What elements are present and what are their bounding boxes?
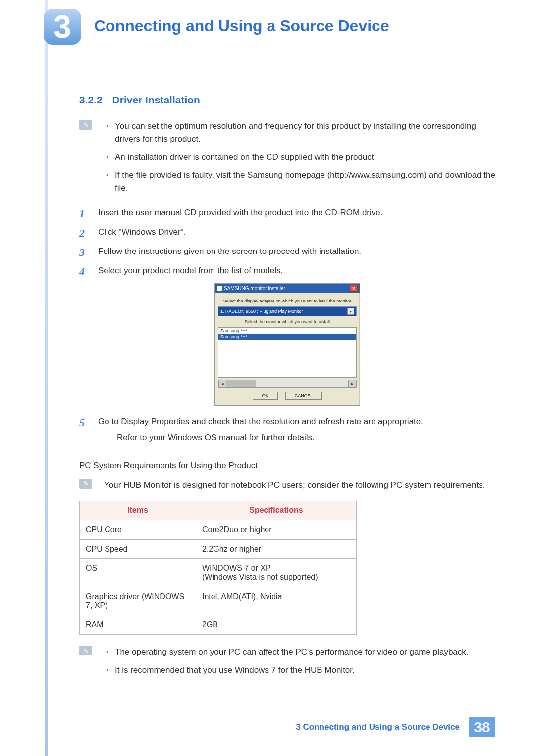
note-icon xyxy=(79,479,92,489)
scroll-right-icon[interactable]: ▸ xyxy=(348,380,356,387)
footer-rule xyxy=(49,711,505,711)
step-item: 3Follow the instructions given on the sc… xyxy=(79,245,495,258)
close-icon[interactable]: × xyxy=(350,285,358,292)
table-row: CPU Speed2.2Ghz or higher xyxy=(80,540,357,559)
note-icon xyxy=(79,646,92,655)
note1-item: You can set the optimum resolution and f… xyxy=(104,120,495,146)
table-row: Graphics driver (WINDOWS 7, XP)Intel, AM… xyxy=(80,587,357,615)
install-steps-cont: 5 Go to Display Properties and check tha… xyxy=(79,415,495,444)
installer-title: SAMSUNG monitor installer xyxy=(224,286,285,291)
note-icon xyxy=(79,120,92,130)
scroll-left-icon[interactable]: ◂ xyxy=(218,380,226,387)
ok-button[interactable]: OK xyxy=(253,392,278,400)
step-subtext: Refer to your Windows OS manual for furt… xyxy=(117,431,495,444)
note2-item: The operating system on your PC can affe… xyxy=(104,646,495,658)
note-block-1: You can set the optimum resolution and f… xyxy=(104,120,495,195)
footer-chapter-label: 3 Connecting and Using a Source Device xyxy=(296,722,460,732)
spec-table: Items Specifications CPU CoreCore2Duo or… xyxy=(79,501,357,635)
list-item[interactable]: Samsung **** xyxy=(218,328,356,334)
adapter-combo[interactable]: 1. RADEON 9550 : Plug and Play Monitor ▾ xyxy=(218,306,357,316)
requirements-heading: PC System Requirements for Using the Pro… xyxy=(79,461,495,471)
chapter-title: Connecting and Using a Source Device xyxy=(94,17,389,35)
installer-titlebar: SAMSUNG monitor installer × xyxy=(215,284,360,293)
section-number: 3.2.2 xyxy=(79,94,103,105)
table-row: RAM2GB xyxy=(80,615,357,635)
note1-item: If the file provided is faulty, visit th… xyxy=(104,169,495,195)
cancel-button[interactable]: CANCEL xyxy=(285,392,322,400)
monitor-listbox[interactable]: Samsung **** Samsung **** xyxy=(218,327,357,378)
horizontal-scrollbar[interactable]: ◂ ▸ xyxy=(218,380,357,388)
step-item: 1Insert the user manual CD provided with… xyxy=(79,206,495,219)
left-accent-bar xyxy=(45,0,48,756)
chapter-number: 3 xyxy=(54,11,71,43)
section-title: Driver Installation xyxy=(112,94,200,105)
note2-item: It is recommended that you use Windows 7… xyxy=(104,664,495,677)
installer-dialog: SAMSUNG monitor installer × Select the d… xyxy=(214,283,360,406)
installer-prompt-1: Select the display adapter on which you … xyxy=(218,299,357,303)
table-row: OSWINDOWS 7 or XP (Windows Vista is not … xyxy=(80,559,357,587)
table-row: CPU CoreCore2Duo or higher xyxy=(80,520,357,540)
install-steps: 1Insert the user manual CD provided with… xyxy=(79,206,495,278)
step-item: 4Select your product model from the list… xyxy=(79,264,495,277)
note-block-req: Your HUB Monitor is designed for noteboo… xyxy=(104,479,495,492)
page-number: 38 xyxy=(469,717,495,737)
table-header-items: Items xyxy=(80,501,196,520)
step-item: 5 Go to Display Properties and check tha… xyxy=(79,415,495,444)
chevron-down-icon[interactable]: ▾ xyxy=(347,308,354,315)
list-item[interactable]: Samsung **** xyxy=(218,334,356,340)
adapter-combo-value: 1. RADEON 9550 : Plug and Play Monitor xyxy=(220,309,303,314)
table-header-spec: Specifications xyxy=(196,501,357,520)
header-rule xyxy=(49,50,505,50)
note-block-2: The operating system on your PC can affe… xyxy=(104,646,495,677)
section-heading: 3.2.2 Driver Installation xyxy=(79,94,495,106)
page-footer: 3 Connecting and Using a Source Device 3… xyxy=(296,717,495,737)
note1-item: An installation driver is contained on t… xyxy=(104,151,495,164)
installer-logo-icon xyxy=(217,286,222,291)
step-item: 2Click "Windows Driver". xyxy=(79,225,495,239)
chapter-number-badge: 3 xyxy=(44,9,81,45)
scroll-thumb[interactable] xyxy=(226,380,256,387)
installer-prompt-2: Select the monitor which you want to ins… xyxy=(218,319,357,324)
requirements-note: Your HUB Monitor is designed for noteboo… xyxy=(104,479,495,492)
